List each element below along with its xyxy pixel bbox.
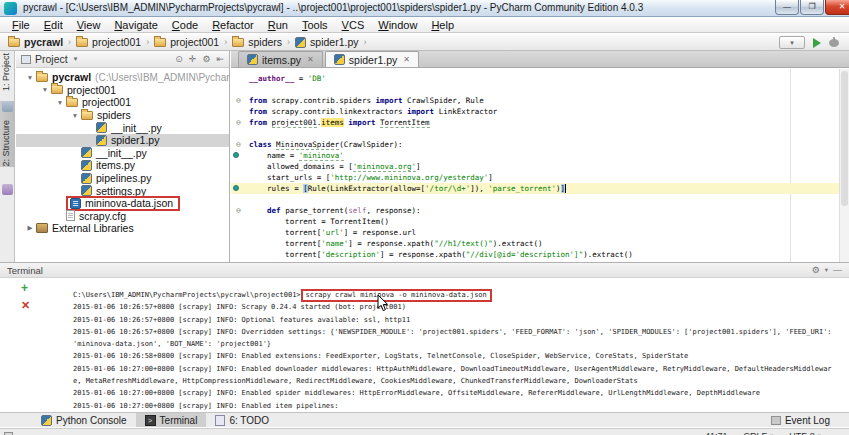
code-line[interactable]: torrent['url'] = response.url [231,227,849,238]
caret-position[interactable]: 41:71 [705,431,728,435]
tree-item-scrapy-cfg[interactable]: scrapy.cfg [16,210,229,223]
menu-item-run[interactable]: Run [261,19,295,31]
editor-content[interactable]: __author__ = 'DB'⊖from scrapy.contrib.sp… [231,69,849,262]
chevron-right-icon[interactable]: ▶ [24,224,36,232]
encoding-selector[interactable]: UTF-8▾ [789,431,821,435]
tree-item-init-py[interactable]: __init__.py [16,147,229,160]
code-segment: from [249,96,272,105]
python-file-icon [81,173,92,184]
code-line[interactable]: torrent = TorrentItem() [231,216,849,227]
menu-item-file[interactable]: File [5,19,37,31]
terminal-panel: Terminal ⚙ ▾ — + ✕ C:\Users\IBM_ADMIN\Py… [0,262,849,412]
code-line[interactable]: start_urls = ['http://www.mininova.org/y… [231,172,849,183]
code-segment: 'mininova.org' [353,162,416,172]
tool-window-button-terminal[interactable]: >Terminal [136,413,207,427]
code-line[interactable]: rules = [Rule(LinkExtractor(allow=['/tor… [231,183,849,194]
code-line[interactable]: __author__ = 'DB' [231,73,849,84]
tool-tab-structure[interactable]: 2: Structure [1,120,11,167]
menu-item-tools[interactable]: Tools [295,19,335,31]
tree-item-mininova-data-json[interactable]: mininova-data.json [16,197,229,210]
code-segment: ) [556,184,561,193]
terminal-hide-icon[interactable]: — [833,265,842,275]
code-line[interactable]: ⊖class MininovaSpider(CrawlSpider): [231,139,849,150]
code-line[interactable] [231,194,849,205]
tree-item-spider1-py[interactable]: spider1.py [16,134,229,147]
minimize-button[interactable]: — [775,0,799,15]
editor-tab-items-py[interactable]: items.py✕ [238,51,323,67]
tree-item-init-py[interactable]: __init__.py [16,121,229,134]
tool-window-button-event-log[interactable]: Event Log [762,415,839,426]
menu-item-window[interactable]: Window [371,19,424,31]
code-segment: , response): [366,206,420,215]
code-line[interactable]: name = 'mininova' [231,150,849,161]
tree-item-project001[interactable]: ▼project001 [16,84,229,97]
chevron-down-icon[interactable]: ▼ [39,86,51,93]
maximize-button[interactable]: ❐ [800,0,824,15]
chevron-down-icon[interactable]: ▼ [69,112,81,119]
fold-icon[interactable]: ⊖ [236,206,241,215]
chevron-down-icon[interactable]: ▼ [54,99,66,106]
project-tool-icon[interactable] [2,101,13,112]
scrollbar-thumb[interactable] [841,71,848,206]
menu-item-vcs[interactable]: VCS [335,19,372,31]
editor-scrollbar[interactable] [839,69,849,262]
breadcrumb-item-spider1-py[interactable]: spider1.py [294,36,359,48]
code-line[interactable]: ⊖from scrapy.contrib.spiders import Craw… [231,95,849,106]
run-config-dropdown[interactable]: ▾ [779,36,805,49]
terminal-icon: > [145,415,156,426]
code-segment: from [249,107,272,116]
menu-item-refactor[interactable]: Refactor [205,19,261,31]
run-button[interactable] [813,38,821,48]
terminal-settings-gear-icon[interactable]: ⚙ [812,265,820,275]
code-line[interactable]: torrent['name'] = response.xpath("//h1/t… [231,238,849,249]
code-line[interactable]: from scrapy.contrib.linkextractors impor… [231,106,849,117]
breadcrumb-item-spiders[interactable]: spiders [231,36,283,48]
json-file-icon [70,198,81,209]
breadcrumb-label: spider1.py [310,36,358,48]
code-line[interactable]: allowed_domains = ['mininova.org'] [231,161,849,172]
hide-panel-icon[interactable]: ⇤ [216,54,224,64]
fold-icon[interactable]: ⊖ [236,96,241,105]
terminal-output[interactable]: C:\Users\IBM_ADMIN\PycharmProjects\pycra… [0,279,849,412]
tree-item-project001[interactable]: ▼project001 [16,96,229,109]
breadcrumb-item-pycrawl[interactable]: pycrawl [7,36,64,48]
locate-icon[interactable]: ✛ [189,54,197,64]
code-line[interactable] [231,128,849,139]
menu-item-help[interactable]: Help [424,19,461,31]
settings-gear-icon[interactable]: ⚙ [202,54,210,64]
editor-tab-spider1-py[interactable]: spider1.py✕ [325,51,419,67]
tree-item-pipelines-py[interactable]: pipelines.py [16,172,229,185]
code-line[interactable] [231,84,849,95]
collapse-all-icon[interactable]: ⊙ [175,54,183,64]
menu-item-code[interactable]: Code [165,19,205,31]
line-separator-selector[interactable]: CRLF▾ [743,431,773,435]
tool-window-bar: Python Console>Terminal6: TODO Event Log [0,412,849,427]
project-view-dropdown[interactable]: ▾ [74,55,78,63]
menu-item-view[interactable]: View [70,19,108,31]
project-panel: Project ▾ ⊙ ✛ ⚙ ⇤ ▼pycrawl(C:\Users\IBM_… [16,51,230,262]
tree-item-external-libraries[interactable]: ▶External Libraries [16,222,229,235]
tab-close-icon[interactable]: ✕ [307,55,314,64]
project-tree[interactable]: ▼pycrawl(C:\Users\IBM_ADMIN\PycharmProje… [16,68,229,261]
menu-item-navigate[interactable]: Navigate [107,19,164,31]
breadcrumb-item-project001[interactable]: project001 [75,36,142,48]
tool-tab-project[interactable]: 1: Project [1,53,11,91]
tree-item-spiders[interactable]: ▼spiders [16,109,229,122]
tool-window-button-python-console[interactable]: Python Console [32,413,136,427]
close-button[interactable]: ✕ [825,0,849,15]
fold-icon[interactable]: ⊖ [236,118,241,127]
breadcrumb-item-project001[interactable]: project001 [153,36,220,48]
code-segment: ] = response.xpath( [348,239,434,248]
structure-tool-icon[interactable] [2,184,13,195]
debug-button[interactable] [829,39,839,47]
chevron-down-icon[interactable]: ▼ [24,74,36,81]
tree-item-pycrawl[interactable]: ▼pycrawl(C:\Users\IBM_ADMIN\PycharmProje… [16,71,229,84]
fold-icon[interactable]: ⊖ [236,140,241,149]
tool-window-button-6-todo[interactable]: 6: TODO [206,413,278,427]
code-line[interactable]: ⊖ def parse_torrent(self, response): [231,205,849,216]
tree-item-items-py[interactable]: items.py [16,159,229,172]
code-line[interactable]: ⊖from project001.items import TorrentIte… [231,117,849,128]
code-line[interactable]: torrent['description'] = response.xpath(… [231,249,849,260]
menu-item-edit[interactable]: Edit [37,19,70,31]
tab-close-icon[interactable]: ✕ [403,55,410,64]
